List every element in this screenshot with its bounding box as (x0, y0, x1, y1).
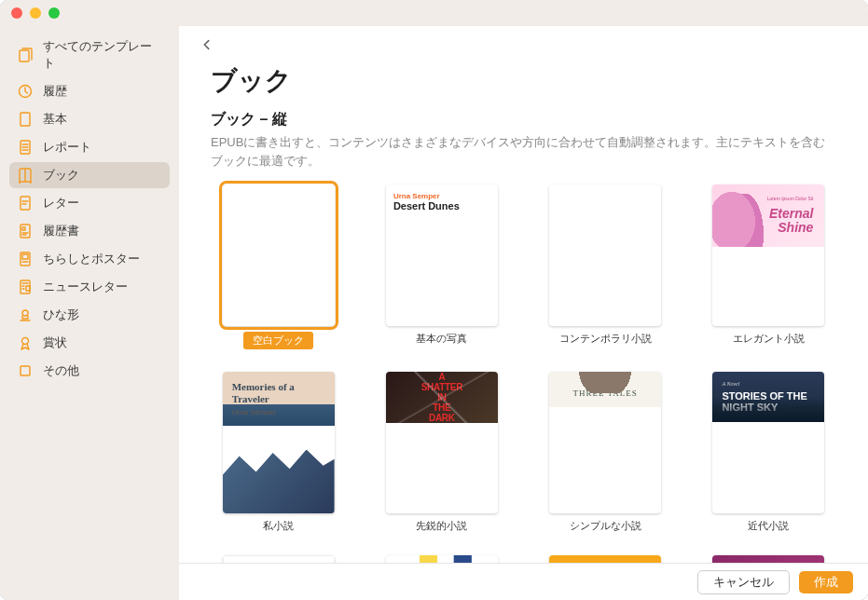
svg-rect-0 (20, 50, 29, 61)
template-photo[interactable]: Urna SemperDesert Dunes基本の写真 (374, 184, 509, 349)
template-thumbnail: ASHATTERINTHEDARK (386, 372, 498, 513)
sidebar-item-letter[interactable]: レター (9, 190, 170, 216)
news-icon (17, 279, 34, 295)
template-thumbnail: The Seasons of Paris (223, 555, 335, 563)
sidebar-item-label: 履歴 (43, 83, 67, 100)
template-label: コンテンポラリ小説 (559, 332, 652, 346)
section-title: ブック – 縦 (211, 110, 836, 130)
doc-icon (17, 111, 34, 128)
sidebar-item-label: ちらしとポスター (43, 251, 140, 267)
sidebar-item-cert[interactable]: 賞状 (9, 330, 170, 356)
sidebar-item-book[interactable]: ブック (9, 162, 170, 188)
svg-rect-2 (21, 113, 30, 126)
template-scroll[interactable]: ブック – 縦 EPUBに書き出すと、コンテンツはさまざまなデバイスや方向に合わ… (179, 110, 868, 563)
template-label: 私小説 (263, 519, 294, 533)
main-panel: ブック ブック – 縦 EPUBに書き出すと、コンテンツはさまざまなデバイスや方… (179, 26, 868, 600)
sidebar-item-label: ニュースレター (43, 279, 128, 295)
sidebar-item-label: ひな形 (43, 307, 79, 323)
template-label: 先鋭的小説 (416, 519, 467, 533)
sidebar-item-all[interactable]: すべてのテンプレート (9, 34, 170, 76)
clock-icon (17, 83, 34, 100)
sidebar-item-label: レター (43, 195, 79, 211)
sidebar-item-stationery[interactable]: ひな形 (9, 302, 170, 328)
template-text[interactable]: URNA SEMPERAPPLIEDCHEMISTRYFIRST EDITION (701, 555, 836, 563)
back-button[interactable] (198, 35, 216, 54)
sidebar-item-label: 基本 (43, 111, 67, 128)
stamp-icon (17, 307, 34, 323)
template-simple[interactable]: THREE TALESシンプルな小説 (538, 372, 673, 533)
page-title: ブック (211, 63, 836, 99)
window-body: すべてのテンプレート履歴基本レポートブックレター履歴書ちらしとポスターニュースレ… (0, 26, 868, 600)
svg-rect-4 (21, 197, 30, 210)
cancel-button[interactable]: キャンセル (697, 570, 790, 594)
main-header (179, 26, 868, 54)
template-chooser-window: すべてのテンプレート履歴基本レポートブックレター履歴書ちらしとポスターニュースレ… (0, 0, 868, 600)
template-thumbnail: THREE TALES (549, 372, 661, 513)
template-label: シンプルな小説 (570, 519, 641, 533)
sidebar-item-resume[interactable]: 履歴書 (9, 218, 170, 244)
svg-rect-6 (22, 227, 25, 230)
section-description: EPUBに書き出すと、コンテンツはさまざまなデバイスや方向に合わせて自動調整され… (211, 133, 836, 170)
template-edgy[interactable]: ASHATTERINTHEDARK先鋭的小説 (374, 372, 509, 533)
doc-stack-icon (17, 47, 34, 63)
minimize-window-button[interactable] (30, 7, 41, 19)
template-thumbnail: THEWAKINGLIGHTS (549, 184, 661, 326)
sidebar-item-label: レポート (43, 139, 91, 156)
template-grid: 空白ブックUrna SemperDesert Dunes基本の写真THEWAKI… (211, 184, 836, 563)
chevron-left-icon (200, 38, 214, 51)
template-thumbnail: Memories of a TravelerUrna Semper (223, 372, 335, 513)
create-button[interactable]: 作成 (799, 571, 853, 593)
template-elegant[interactable]: Lorem Ipsum Dolor SitEternalShineエレガント小説 (701, 184, 836, 349)
template-modern[interactable]: A NovelSTORIES OF THE NIGHT SKY近代小説 (701, 372, 836, 533)
doc-card-icon (17, 223, 34, 239)
footer: キャンセル 作成 (179, 563, 868, 600)
template-personal[interactable]: Memories of a TravelerUrna Semper私小説 (211, 372, 346, 533)
svg-rect-12 (21, 366, 30, 375)
book-icon (17, 167, 34, 184)
svg-rect-8 (22, 254, 28, 259)
sidebar-item-flyer[interactable]: ちらしとポスター (9, 246, 170, 272)
template-thumbnail (223, 184, 335, 326)
sidebar-item-other[interactable]: その他 (9, 358, 170, 384)
sidebar-item-label: すべてのテンプレート (43, 38, 162, 72)
titlebar (0, 0, 868, 26)
template-thumbnail: Urna SemperDesert Dunes (386, 184, 498, 326)
sidebar: すべてのテンプレート履歴基本レポートブックレター履歴書ちらしとポスターニュースレ… (0, 26, 179, 600)
svg-rect-9 (21, 280, 30, 293)
svg-point-11 (22, 338, 29, 345)
template-thumbnail: URNA SEMPERAPPLIEDCHEMISTRYFIRST EDITION (712, 555, 824, 563)
template-label: 基本の写真 (416, 332, 467, 346)
template-thumbnail: A NovelSTORIES OF THE NIGHT SKY (712, 372, 824, 513)
template-thumbnail: HOW TO:WORK &TRAVEL (549, 555, 661, 563)
svg-rect-5 (21, 225, 30, 238)
sidebar-item-label: 履歴書 (43, 223, 79, 239)
template-contemp[interactable]: THEWAKINGLIGHTSコンテンポラリ小説 (538, 184, 673, 349)
zoom-window-button[interactable] (48, 7, 60, 19)
template-blank[interactable]: 空白ブック (211, 184, 346, 349)
sidebar-item-report[interactable]: レポート (9, 134, 170, 160)
sidebar-item-label: ブック (43, 167, 79, 184)
sidebar-item-label: 賞状 (43, 334, 67, 351)
template-label: エレガント小説 (733, 332, 805, 346)
ribbon-icon (17, 334, 34, 351)
template-howto[interactable]: HOW TO:WORK &TRAVEL (538, 555, 673, 563)
close-window-button[interactable] (11, 7, 22, 19)
svg-point-10 (22, 310, 28, 316)
template-thumbnail (386, 555, 498, 563)
template-label: 空白ブック (243, 332, 313, 349)
sidebar-item-label: その他 (43, 362, 79, 379)
doc-lines-3-icon (17, 139, 34, 156)
sidebar-item-recent[interactable]: 履歴 (9, 78, 170, 104)
template-thumbnail: Lorem Ipsum Dolor SitEternalShine (712, 184, 824, 326)
template-puzzle[interactable] (374, 555, 509, 563)
sidebar-item-basic[interactable]: 基本 (9, 106, 170, 132)
square-icon (17, 362, 34, 379)
template-paris[interactable]: The Seasons of Paris (211, 555, 346, 563)
title-row: ブック (179, 54, 868, 110)
template-label: 近代小説 (748, 519, 789, 533)
sidebar-item-news[interactable]: ニュースレター (9, 274, 170, 300)
doc-lines-2-icon (17, 195, 34, 211)
poster-icon (17, 251, 34, 267)
